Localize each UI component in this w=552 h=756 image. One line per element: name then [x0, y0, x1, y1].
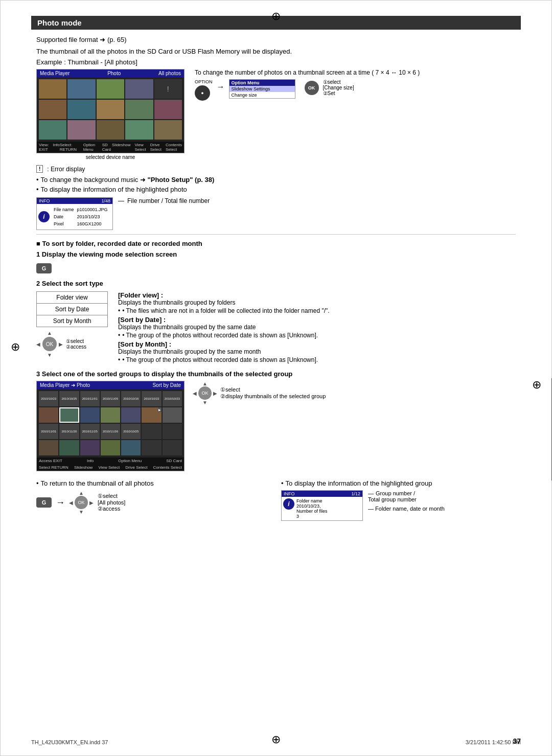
thumb-cell	[125, 79, 153, 99]
compass-left-icon: ⊕	[11, 340, 20, 354]
option-button[interactable]: ●	[195, 85, 210, 101]
step3-footer: Access EXIT Info Option Menu SD Card	[37, 457, 184, 464]
return-labels: ①select [All photos] ②access	[98, 493, 125, 512]
thumb-cell	[97, 120, 124, 140]
step3-ok-btn[interactable]: OK	[198, 386, 212, 400]
thumb-error-cell: !	[154, 79, 182, 99]
thumb-cell	[39, 120, 66, 140]
g-button-step1[interactable]: G	[36, 263, 52, 273]
step3-combined: Media Player ➜ Photo Sort by Date 2010/1…	[36, 381, 516, 474]
ok-button-diagram: OK ①select [Change size] ②Set	[305, 79, 354, 96]
step3-thumb	[101, 440, 120, 455]
info-details: File namep1010001.JPG Date2010/10/23 Pix…	[52, 205, 110, 228]
step3-thumb	[142, 440, 161, 455]
sort-by-date[interactable]: Sort by Date	[37, 304, 107, 315]
ok-button[interactable]: OK	[305, 81, 319, 95]
date-cell: 2010/11/05	[101, 391, 120, 406]
content-area: Supported file format ➜ (p. 65) The thum…	[31, 36, 521, 521]
sort-type-area: Folder view Sort by Date Sort by Month ▲…	[36, 291, 516, 365]
date-cell: 2010/11/26	[101, 424, 120, 439]
option-menu-item-slideshow[interactable]: Slideshow Settings	[229, 86, 295, 92]
format-arrow: ➜	[100, 36, 105, 43]
sort-descriptions: [Folder view] : Displays the thumbnails …	[118, 291, 516, 365]
nav-diagram: ▲ ◀ OK ▶ ▼ ①select ②access	[36, 330, 108, 358]
group-info-circle: i	[283, 498, 294, 510]
sort-date-desc: Displays the thumbnails grouped by the s…	[118, 324, 516, 331]
thumb-cell	[154, 120, 182, 140]
bullet-background-music: • To change the background music ➜ "Phot…	[36, 176, 516, 184]
page-number: 37	[513, 737, 521, 745]
info-circle: i	[38, 211, 50, 222]
date-cell: 2010/11/01	[80, 391, 100, 406]
sort-month-bullet: • • The group of the photos without reco…	[118, 356, 516, 363]
step3-thumb	[163, 440, 182, 455]
info-box-header: INFO 1/48	[37, 198, 112, 204]
folder-note: — Folder name, date or month	[368, 506, 445, 512]
date-cell: 2010/10/25	[59, 391, 79, 406]
g-button-return[interactable]: G	[36, 497, 52, 508]
date-cell: 2010/11/20	[59, 424, 79, 439]
date-cell: 2010/11/25	[80, 424, 100, 439]
step3-screen-header: Media Player ➜ Photo Sort by Date	[37, 381, 184, 389]
step3-thumb	[39, 440, 58, 455]
thumb-cell	[39, 100, 66, 119]
step3-thumb	[39, 407, 58, 423]
sort-table: Folder view Sort by Date Sort by Month	[36, 291, 108, 327]
example-label: Example : Thumbnail - [All photos]	[36, 58, 516, 66]
compass-top-icon: ⊕	[271, 10, 281, 23]
thumbnail-right-notes: To change the number of photos on a thum…	[195, 69, 516, 101]
date-cell: 2010/10/25	[121, 424, 141, 439]
step3-ok-control: ▲ ◀ OK ▶ ▼	[193, 381, 217, 405]
step3-thumb	[80, 440, 100, 455]
option-menu: Option Menu Slideshow Settings Change si…	[229, 79, 295, 99]
date-cell: 2010/10/23	[163, 391, 182, 406]
step3-thumb	[80, 407, 100, 423]
group-info-content: i Folder name 2010/10/23, Number of file…	[282, 497, 362, 520]
date-cell: 2010/10/22	[142, 391, 161, 406]
step3-select-diagram: ▲ ◀ OK ▶ ▼ ①select ②display thumbnails o…	[193, 381, 516, 405]
group-info-fields: Folder name 2010/10/23, Number of files …	[296, 498, 328, 519]
option-arrow: →	[217, 79, 225, 95]
thumb-cell	[67, 100, 95, 119]
sort-month-title: [Sort by Month] :	[118, 340, 516, 348]
step3-thumb	[163, 424, 182, 439]
return-ok-control: ▲ ◀ OK ▶ ▼	[69, 490, 94, 515]
step3-header: 3 Select one of the sorted groups to dis…	[36, 370, 516, 378]
bottom-right: • To display the information of the high…	[281, 479, 516, 521]
return-ok-btn[interactable]: OK	[75, 496, 88, 509]
option-menu-item-changesize[interactable]: Change size	[229, 92, 295, 98]
sort-date-title: [Sort by Date] :	[118, 316, 516, 324]
sort-folder-view[interactable]: Folder view	[37, 292, 107, 304]
bottom-section: • To return to the thumbnail of all phot…	[36, 479, 516, 521]
error-icon: !	[36, 165, 43, 173]
step3-select-labels: ①select ②display thumbnails of the selec…	[220, 386, 326, 400]
example-area: Media Player Photo All photos !	[36, 69, 516, 160]
step3-area: 3 Select one of the sorted groups to dis…	[36, 370, 516, 474]
step3-thumb	[59, 440, 79, 455]
option-label: OPTION	[195, 79, 213, 84]
group-info-header: INFO 1/12	[282, 491, 362, 497]
info-section: INFO 1/48 i File namep1010001.JPG Date20…	[36, 197, 516, 230]
return-arrow: →	[56, 497, 65, 508]
step3-thumb	[121, 440, 141, 455]
page-container: ⊕ ⊕ ⊕ Using Media Player Photo mode Supp…	[0, 0, 552, 756]
thumb-cell	[39, 79, 66, 99]
thumb-cell	[67, 120, 95, 140]
device-name-label: selected device name	[36, 154, 185, 160]
thumb-cell	[125, 120, 153, 140]
nav-ok[interactable]: OK	[42, 337, 57, 351]
thumb-cell	[125, 100, 153, 119]
group-info-bullet: • To display the information of the high…	[281, 479, 516, 487]
bottom-left: • To return to the thumbnail of all phot…	[36, 479, 271, 515]
group-info-box: INFO 1/12 i Folder name 2010/10/23, Numb…	[281, 490, 363, 521]
sort-month-desc: Displays the thumbnails grouped by the s…	[118, 348, 516, 355]
sort-table-and-nav: Folder view Sort by Date Sort by Month ▲…	[36, 291, 108, 358]
step3-thumb	[101, 407, 120, 423]
step3-screen: Media Player ➜ Photo Sort by Date 2010/1…	[36, 381, 185, 471]
date-cell: 2010/10/16	[121, 391, 141, 406]
step2-header: 2 Select the sort type	[36, 280, 516, 287]
divider	[36, 234, 516, 235]
group-info-labels: — Group number / Total group number — Fo…	[368, 490, 445, 512]
sort-by-month[interactable]: Sort by Month	[37, 315, 107, 327]
info-note: — File number / Total file number	[118, 197, 210, 204]
